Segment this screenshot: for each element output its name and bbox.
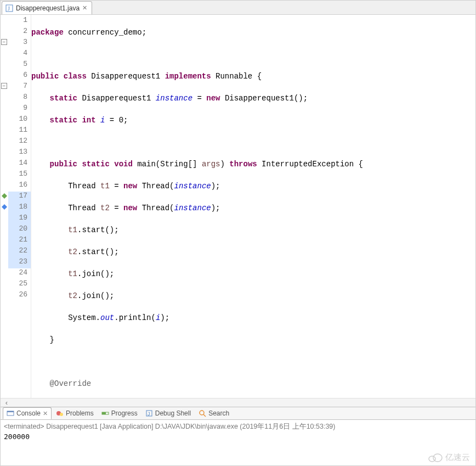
line-number: 22 <box>8 246 31 257</box>
fold-toggle-icon[interactable]: − <box>1 39 7 45</box>
editor-tab-bar: J Disapperequest1.java ✕ <box>1 1 475 15</box>
java-file-icon: J <box>5 4 13 12</box>
console-panel: <terminated> Disapperequest1 [Java Appli… <box>1 420 475 442</box>
debug-icon: J <box>145 409 153 417</box>
svg-point-12 <box>200 411 204 415</box>
line-number: 11 <box>8 126 31 137</box>
progress-icon <box>101 409 109 417</box>
line-number-gutter: 1 2 3 4 5 6 7 8 9 10 11 12 13 14 15 16 1… <box>8 15 31 398</box>
console-header: <terminated> Disapperequest1 [Java Appli… <box>4 421 472 433</box>
progress-tab[interactable]: Progress <box>98 407 141 419</box>
console-icon <box>7 409 14 417</box>
fold-toggle-icon[interactable]: − <box>1 83 7 89</box>
line-number: 16 <box>8 181 31 192</box>
code-area[interactable]: package package concurrency_demo;concurr… <box>31 15 475 398</box>
marker-column: − − <box>1 15 8 398</box>
svg-rect-9 <box>102 412 106 414</box>
line-number: 13 <box>8 148 31 159</box>
line-number: 14 <box>8 159 31 170</box>
close-tab-icon[interactable]: ✕ <box>82 4 87 12</box>
editor-tab[interactable]: J Disapperequest1.java ✕ <box>2 1 92 14</box>
horizontal-scrollbar[interactable]: ‹ <box>1 398 475 407</box>
svg-point-7 <box>60 413 63 416</box>
line-number: 17 <box>8 192 31 203</box>
line-number: 8 <box>8 93 31 104</box>
search-icon <box>199 409 206 417</box>
console-tab[interactable]: Console ✕ <box>3 407 52 419</box>
line-number: 24 <box>8 268 31 279</box>
line-number: 3 <box>8 38 31 49</box>
line-number: 5 <box>8 60 31 71</box>
line-number: 9 <box>8 104 31 115</box>
line-number: 15 <box>8 170 31 181</box>
line-number: 6 <box>8 71 31 82</box>
line-number: 18 <box>8 203 31 214</box>
svg-point-14 <box>429 456 435 462</box>
close-console-icon[interactable]: ✕ <box>43 410 48 417</box>
line-number: 2 <box>8 27 31 38</box>
editor-tab-label: Disapperequest1.java <box>16 4 80 12</box>
kw-public-class: public class <box>31 72 91 81</box>
line-number: 25 <box>8 279 31 290</box>
svg-marker-3 <box>2 204 7 210</box>
line-number: 23 <box>8 257 31 268</box>
search-tab[interactable]: Search <box>195 407 233 419</box>
watermark: 亿速云 <box>428 452 470 463</box>
implements-marker-icon[interactable] <box>2 204 7 210</box>
console-output: 200000 <box>4 433 472 441</box>
problems-icon <box>56 409 64 417</box>
bottom-tab-bar: Console ✕ Problems Progress J Debug Shel… <box>1 407 475 420</box>
editor: − − 1 2 3 4 5 6 7 8 9 10 11 12 13 14 15 … <box>1 15 475 398</box>
svg-marker-2 <box>2 193 7 199</box>
svg-line-13 <box>203 414 206 417</box>
svg-text:J: J <box>8 5 10 12</box>
problems-tab[interactable]: Problems <box>53 407 97 419</box>
svg-point-15 <box>433 454 442 462</box>
line-number: 21 <box>8 235 31 246</box>
override-marker-icon[interactable] <box>2 193 7 199</box>
line-number: 20 <box>8 224 31 235</box>
line-number: 4 <box>8 49 31 60</box>
scroll-left-icon[interactable]: ‹ <box>3 399 10 407</box>
svg-rect-5 <box>7 411 14 412</box>
line-number: 12 <box>8 137 31 148</box>
line-number: 10 <box>8 115 31 126</box>
debug-shell-tab[interactable]: J Debug Shell <box>142 407 194 419</box>
line-number: 7 <box>8 82 31 93</box>
line-number: 19 <box>8 214 31 224</box>
line-number: 1 <box>8 16 31 27</box>
line-number: 26 <box>8 290 31 301</box>
svg-text:J: J <box>148 411 150 417</box>
